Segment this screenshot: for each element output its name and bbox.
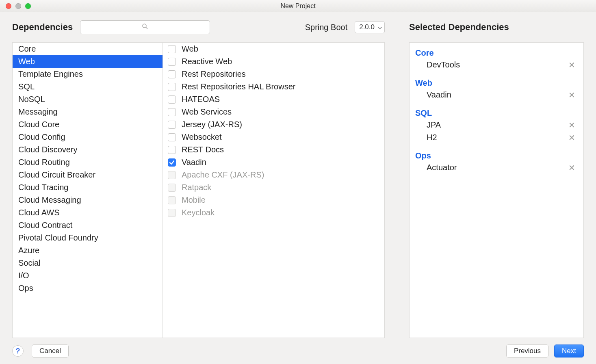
selected-item: DevTools✕ bbox=[412, 58, 581, 71]
remove-icon[interactable]: ✕ bbox=[568, 91, 575, 99]
remove-icon[interactable]: ✕ bbox=[568, 121, 575, 129]
previous-button[interactable]: Previous bbox=[506, 344, 548, 358]
dependency-item: Mobile bbox=[163, 194, 384, 206]
selected-group-title: Web bbox=[412, 77, 581, 89]
dependency-list[interactable]: WebReactive WebRest RepositoriesRest Rep… bbox=[163, 42, 385, 338]
left-panels: CoreWebTemplate EnginesSQLNoSQLMessaging… bbox=[12, 42, 385, 338]
next-button[interactable]: Next bbox=[554, 344, 584, 358]
dependency-checkbox[interactable] bbox=[168, 83, 176, 91]
dependency-item[interactable]: HATEOAS bbox=[163, 93, 384, 106]
dependency-checkbox[interactable] bbox=[168, 45, 176, 53]
dependency-label: Rest Repositories bbox=[182, 69, 246, 79]
dependency-checkbox bbox=[168, 196, 176, 204]
dependency-checkbox bbox=[168, 171, 176, 179]
dependency-label: REST Docs bbox=[182, 145, 224, 154]
dependency-label: Web Services bbox=[182, 107, 232, 117]
dependency-label: Websocket bbox=[182, 132, 222, 142]
category-item[interactable]: Ops bbox=[13, 282, 163, 295]
dependency-checkbox[interactable] bbox=[168, 146, 176, 154]
category-item[interactable]: Cloud Circuit Breaker bbox=[13, 169, 163, 181]
spring-boot-version-value: 2.0.0 bbox=[359, 23, 375, 31]
category-item[interactable]: Azure bbox=[13, 244, 163, 257]
dependency-item[interactable]: REST Docs bbox=[163, 143, 384, 156]
selected-group-title: Ops bbox=[412, 150, 581, 161]
selected-item-label: DevTools bbox=[427, 60, 460, 69]
category-item[interactable]: Template Engines bbox=[13, 68, 163, 80]
category-list[interactable]: CoreWebTemplate EnginesSQLNoSQLMessaging… bbox=[12, 42, 163, 338]
category-item[interactable]: Web bbox=[13, 55, 163, 68]
window-title: New Project bbox=[0, 2, 596, 10]
dependency-item[interactable]: Vaadin bbox=[163, 156, 384, 169]
remove-icon[interactable]: ✕ bbox=[568, 134, 575, 142]
dependency-item: Apache CXF (JAX-RS) bbox=[163, 169, 384, 181]
category-item[interactable]: Pivotal Cloud Foundry bbox=[13, 232, 163, 244]
window: New Project Dependencies Spring Boot 2.0… bbox=[0, 0, 596, 364]
dependency-label: Ratpack bbox=[182, 183, 211, 192]
category-item[interactable]: Cloud Contract bbox=[13, 219, 163, 232]
help-button[interactable]: ? bbox=[12, 345, 24, 357]
dependency-item[interactable]: Reactive Web bbox=[163, 55, 384, 68]
category-item[interactable]: Cloud Core bbox=[13, 118, 163, 131]
selected-dependencies-header: Selected Dependencies bbox=[409, 22, 584, 32]
category-item[interactable]: Core bbox=[13, 43, 163, 55]
footer-left: ? Cancel bbox=[12, 344, 69, 358]
dependency-checkbox[interactable] bbox=[168, 70, 176, 78]
footer: ? Cancel Previous Next bbox=[0, 338, 596, 364]
dependency-label: Mobile bbox=[182, 195, 206, 205]
category-item[interactable]: Social bbox=[13, 257, 163, 269]
footer-right: Previous Next bbox=[506, 344, 584, 358]
dependency-checkbox bbox=[168, 184, 176, 192]
top-row: Dependencies Spring Boot 2.0.0 bbox=[12, 20, 584, 34]
cancel-button[interactable]: Cancel bbox=[32, 344, 69, 358]
category-item[interactable]: NoSQL bbox=[13, 93, 163, 106]
dependency-checkbox[interactable] bbox=[168, 108, 176, 116]
main-grid: CoreWebTemplate EnginesSQLNoSQLMessaging… bbox=[12, 42, 584, 338]
selected-item-label: Actuator bbox=[427, 163, 457, 172]
dependency-checkbox[interactable] bbox=[168, 158, 176, 167]
category-item[interactable]: Messaging bbox=[13, 106, 163, 118]
dependency-label: HATEOAS bbox=[182, 95, 220, 104]
selected-item: JPA✕ bbox=[412, 119, 581, 131]
selected-item: Vaadin✕ bbox=[412, 89, 581, 101]
selected-dependencies-panel: CoreDevTools✕WebVaadin✕SQLJPA✕H2✕OpsActu… bbox=[409, 42, 584, 338]
selected-item-label: H2 bbox=[427, 133, 437, 142]
category-item[interactable]: Cloud Tracing bbox=[13, 181, 163, 194]
dependency-item[interactable]: Jersey (JAX-RS) bbox=[163, 118, 384, 131]
spring-boot-version-select[interactable]: 2.0.0 bbox=[355, 21, 385, 33]
search-icon bbox=[141, 23, 149, 32]
category-item[interactable]: SQL bbox=[13, 80, 163, 93]
dependency-item[interactable]: Rest Repositories bbox=[163, 68, 384, 80]
selected-item-label: JPA bbox=[427, 120, 441, 130]
dependency-checkbox[interactable] bbox=[168, 95, 176, 104]
selected-dependencies-label: Selected Dependencies bbox=[409, 22, 509, 32]
remove-icon[interactable]: ✕ bbox=[568, 61, 575, 69]
dependency-item[interactable]: Rest Repositories HAL Browser bbox=[163, 80, 384, 93]
category-item[interactable]: I/O bbox=[13, 269, 163, 282]
selected-group-title: Core bbox=[412, 47, 581, 58]
category-item[interactable]: Cloud Routing bbox=[13, 156, 163, 169]
dependency-checkbox[interactable] bbox=[168, 121, 176, 129]
category-item[interactable]: Cloud Messaging bbox=[13, 194, 163, 206]
selected-item-label: Vaadin bbox=[427, 90, 451, 100]
svg-line-1 bbox=[146, 27, 147, 28]
selected-group-title: SQL bbox=[412, 107, 581, 119]
titlebar: New Project bbox=[0, 0, 596, 12]
search-input[interactable] bbox=[80, 20, 210, 34]
dependency-label: Jersey (JAX-RS) bbox=[182, 120, 242, 129]
dependency-label: Keycloak bbox=[182, 208, 215, 217]
dependency-label: Rest Repositories HAL Browser bbox=[182, 82, 295, 91]
dependency-label: Apache CXF (JAX-RS) bbox=[182, 170, 264, 180]
dependency-checkbox bbox=[168, 209, 176, 217]
dependency-item[interactable]: Websocket bbox=[163, 131, 384, 143]
dependency-item[interactable]: Web bbox=[163, 43, 384, 55]
category-item[interactable]: Cloud Discovery bbox=[13, 143, 163, 156]
dependency-checkbox[interactable] bbox=[168, 58, 176, 66]
dependency-checkbox[interactable] bbox=[168, 133, 176, 141]
dependency-item[interactable]: Web Services bbox=[163, 106, 384, 118]
category-item[interactable]: Cloud AWS bbox=[13, 206, 163, 219]
dependency-item: Ratpack bbox=[163, 181, 384, 194]
chevron-down-icon bbox=[378, 23, 382, 31]
category-item[interactable]: Cloud Config bbox=[13, 131, 163, 143]
dependency-label: Reactive Web bbox=[182, 57, 232, 66]
remove-icon[interactable]: ✕ bbox=[568, 164, 575, 172]
